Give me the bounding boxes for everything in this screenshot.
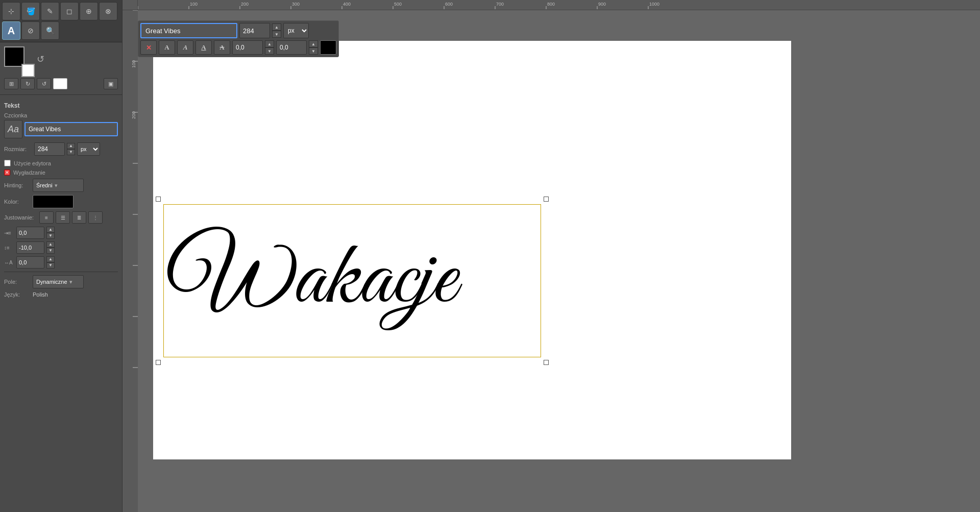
hinting-dropdown[interactable]: Średni ▾ — [33, 179, 84, 192]
indent-spin: ▲ ▼ — [46, 227, 55, 239]
char-spacing-down[interactable]: ▼ — [46, 262, 55, 269]
tool-eraser[interactable]: ◻ — [60, 2, 79, 20]
handle-top-left[interactable] — [156, 197, 161, 202]
left-toolbar: ⊹ 🪣 ✎ ◻ ⊕ ⊗ A ⊘ 🔍 ↺ ⊞ ↻ ↺ ▣ Tekst Czcion… — [0, 0, 122, 512]
mini-btn-5[interactable]: ▣ — [104, 78, 118, 89]
size-unit-select[interactable]: px pt mm — [77, 142, 100, 156]
color-row: Kolor: — [4, 195, 118, 208]
ft-underline-btn[interactable]: A — [195, 40, 212, 55]
char-spacing-up[interactable]: ▲ — [46, 256, 55, 262]
swap-colors-icon[interactable]: ↺ — [37, 54, 44, 65]
line-spacing-row: ↕≡ ▲ ▼ — [4, 241, 118, 254]
tool-text[interactable]: A — [2, 21, 20, 40]
language-value: Polish — [33, 291, 48, 298]
ft-offset-x-input[interactable] — [232, 40, 263, 55]
ft-color-swatch[interactable] — [320, 40, 336, 55]
language-row: Język: Polish — [4, 291, 118, 298]
text-color-swatch[interactable] — [33, 195, 74, 208]
background-color-swatch[interactable] — [21, 64, 35, 77]
ft-row-2: ✕ A A A A ▲ ▼ ▲ ▼ — [140, 40, 336, 55]
indent-input[interactable] — [16, 227, 44, 239]
text-box-inner: Wakacje — [163, 204, 541, 357]
tool-pencil[interactable]: ✎ — [41, 2, 59, 20]
tool-paint-bucket[interactable]: 🪣 — [21, 2, 40, 20]
justify-left-btn[interactable]: ≡ — [39, 211, 54, 224]
svg-text:400: 400 — [343, 2, 351, 7]
char-spacing-icon: ↔A — [4, 260, 14, 265]
handle-bottom-right[interactable] — [544, 360, 549, 365]
ft-offset-y-up[interactable]: ▲ — [309, 40, 318, 47]
antialiasing-indicator: ✕ — [4, 169, 10, 176]
svg-text:1000: 1000 — [649, 2, 659, 7]
justify-center-btn[interactable]: ☰ — [56, 211, 70, 224]
char-spacing-row: ↔A ▲ ▼ — [4, 256, 118, 269]
mini-btn-3[interactable]: ↺ — [37, 78, 51, 89]
ft-offset-x-up[interactable]: ▲ — [265, 40, 274, 47]
section-title: Tekst — [4, 102, 118, 109]
font-size-input[interactable] — [34, 142, 65, 156]
svg-text:900: 900 — [598, 2, 606, 7]
ft-offset-y-down[interactable]: ▼ — [309, 47, 318, 55]
mini-btn-4[interactable] — [53, 78, 67, 89]
mini-btn-2[interactable]: ↻ — [20, 78, 35, 89]
handle-top-right[interactable] — [544, 197, 549, 202]
size-up-btn[interactable]: ▲ — [67, 143, 75, 149]
mini-toolbar: ⊞ ↻ ↺ ▣ — [0, 76, 122, 91]
handle-bottom-left[interactable] — [156, 360, 161, 365]
hinting-dropdown-arrow: ▾ — [55, 182, 58, 189]
color-swatches-area: ↺ — [0, 42, 122, 76]
ft-offset-x-down[interactable]: ▼ — [265, 47, 274, 55]
ft-bold-btn[interactable]: A — [159, 40, 175, 55]
ft-offset-x-spin: ▲ ▼ — [265, 40, 274, 55]
svg-rect-0 — [138, 0, 980, 9]
floating-font-toolbar: ▲ ▼ px pt mm ✕ A A A A ▲ ▼ ▲ ▼ — [138, 20, 339, 57]
tool-eyedropper[interactable]: ⊘ — [21, 21, 40, 40]
svg-text:100: 100 — [131, 60, 136, 68]
svg-rect-22 — [122, 10, 138, 512]
line-spacing-spin: ▲ ▼ — [46, 241, 55, 254]
indent-row: ⇥≡ ▲ ▼ — [4, 227, 118, 239]
ft-size-up[interactable]: ▲ — [272, 23, 281, 31]
antialiasing-label: Wygładzanie — [13, 169, 45, 176]
ft-size-input[interactable] — [239, 23, 270, 38]
ft-offset-y-input[interactable] — [276, 40, 307, 55]
indent-down[interactable]: ▼ — [46, 233, 55, 239]
ft-size-down[interactable]: ▼ — [272, 31, 281, 38]
line-spacing-up[interactable]: ▲ — [46, 241, 55, 248]
char-spacing-input[interactable] — [16, 256, 44, 269]
canvas-text-content[interactable]: Wakacje — [164, 235, 456, 327]
svg-text:700: 700 — [496, 2, 504, 7]
ruler-svg: 100 200 300 400 500 600 700 800 — [138, 0, 980, 9]
indent-up[interactable]: ▲ — [46, 227, 55, 233]
ft-strikethrough-btn[interactable]: A — [214, 40, 230, 55]
size-spin-buttons: ▲ ▼ — [67, 143, 75, 155]
document-canvas: Wakacje — [153, 41, 791, 459]
text-box-selection[interactable]: Wakacje — [158, 199, 546, 362]
tool-clone[interactable]: ⊕ — [80, 2, 98, 20]
ft-unit-select[interactable]: px pt mm — [283, 23, 309, 38]
canvas-area: 100 200 300 400 500 600 700 800 — [122, 0, 980, 512]
left-ruler-svg: 100 200 — [122, 10, 138, 512]
svg-text:300: 300 — [292, 2, 300, 7]
font-name-input[interactable] — [24, 122, 118, 136]
use-editor-label: Użycie edytora — [14, 160, 51, 166]
char-spacing-spin: ▲ ▼ — [46, 256, 55, 269]
size-down-btn[interactable]: ▼ — [67, 149, 75, 155]
use-editor-checkbox[interactable] — [4, 160, 11, 166]
tool-measure[interactable]: 🔍 — [41, 21, 59, 40]
ft-clear-btn[interactable]: ✕ — [140, 40, 157, 55]
line-spacing-input[interactable] — [16, 241, 44, 254]
ft-italic-btn[interactable]: A — [177, 40, 193, 55]
line-spacing-icon: ↕≡ — [4, 245, 14, 251]
size-label: Rozmiar: — [4, 146, 32, 152]
tool-pointer[interactable]: ⊹ — [2, 2, 20, 20]
hinting-label: Hinting: — [4, 182, 30, 188]
ft-font-name-input[interactable] — [140, 23, 237, 38]
justify-full-btn[interactable]: ⋮ — [88, 211, 103, 224]
line-spacing-down[interactable]: ▼ — [46, 248, 55, 254]
field-dropdown[interactable]: Dynamiczne ▾ — [33, 275, 84, 288]
mini-btn-1[interactable]: ⊞ — [4, 78, 18, 89]
justify-right-btn[interactable]: ≣ — [72, 211, 86, 224]
hinting-row: Hinting: Średni ▾ — [4, 179, 118, 192]
tool-heal[interactable]: ⊗ — [99, 2, 117, 20]
